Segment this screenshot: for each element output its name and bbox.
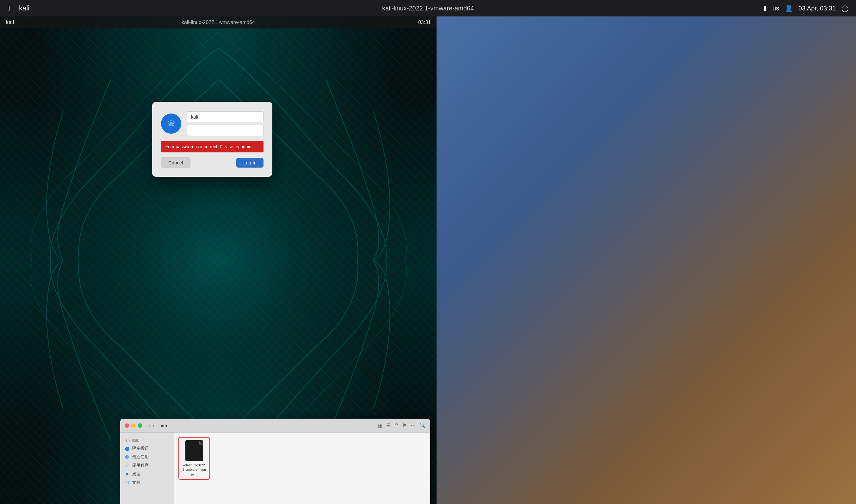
mac-desktop <box>436 16 856 504</box>
close-button[interactable] <box>125 424 129 428</box>
password-input[interactable] <box>187 125 264 136</box>
display-icon[interactable]: ▮ <box>763 4 767 12</box>
recent-icon: ☹ <box>125 455 130 460</box>
login-header <box>161 111 264 136</box>
kali-time: 03:31 <box>418 20 431 25</box>
kali-logo <box>161 113 181 134</box>
kali-vm-topbar: kali kali-linux-2022.1-vmware-amd64 03:3… <box>0 16 436 29</box>
file-name: kali-linux-2022.1-vmware...warevm <box>182 463 207 476</box>
finder-sidebar: 个人收藏 ⬤ 隔空投送 ☹ 最近使用 ☄ 应用程序 ■ 桌面 ☐ 文稿 <box>120 433 174 504</box>
user-icon: 👤 <box>785 4 793 12</box>
traffic-lights <box>125 424 142 428</box>
share-icon[interactable]: ⇧ <box>394 422 398 428</box>
finder-toolbar-right: ▦ ☰ ⇧ ⚑ ⋯ 🔍 <box>378 422 426 428</box>
app-name[interactable]: kali <box>19 4 30 12</box>
finder-body: 个人收藏 ⬤ 隔空投送 ☹ 最近使用 ☄ 应用程序 ■ 桌面 ☐ 文稿 <box>120 433 430 504</box>
sidebar-item-label: 文稿 <box>132 480 140 485</box>
kali-topbar-right: 03:31 <box>418 20 431 25</box>
sidebar-item-apps[interactable]: ☄ 应用程序 <box>120 461 174 470</box>
sidebar-item-airdrop[interactable]: ⬤ 隔空投送 <box>120 444 174 453</box>
sidebar-item-label: 桌面 <box>132 471 140 477</box>
macos-topbar:  kali kali-linux-2022.1-vmware-amd64 ▮ … <box>0 0 856 16</box>
zoom-button[interactable] <box>138 424 142 428</box>
more-icon[interactable]: ⋯ <box>411 422 416 428</box>
finder-titlebar: ‹ › vm ▦ ☰ ⇧ ⚑ ⋯ 🔍 <box>120 419 430 433</box>
sidebar-item-recent[interactable]: ☹ 最近使用 <box>120 453 174 461</box>
finder-nav: ‹ › <box>149 422 154 429</box>
locale-indicator[interactable]: us <box>772 5 779 12</box>
desktop-icon: ■ <box>125 472 130 477</box>
sidebar-item-desktop[interactable]: ■ 桌面 <box>120 470 174 479</box>
airdrop-icon: ⬤ <box>125 446 130 451</box>
kali-app-label: kali <box>6 20 14 25</box>
docs-icon: ☐ <box>125 480 130 485</box>
tag-icon[interactable]: ⚑ <box>403 422 407 428</box>
datetime: 03 Apr, 03:31 <box>799 5 836 12</box>
apple-menu[interactable]:  <box>7 4 10 12</box>
sidebar-section-label: 个人收藏 <box>120 437 174 444</box>
topbar-right: ▮ us 👤 03 Apr, 03:31 ◯ <box>763 4 849 12</box>
finder-content: kali-linux-2022.1-vmware...warevm <box>174 433 430 504</box>
svg-point-0 <box>92 149 345 371</box>
topbar-left:  kali <box>7 4 30 12</box>
file-item-kali[interactable]: kali-linux-2022.1-vmware...warevm <box>178 437 210 480</box>
view-grid-icon[interactable]: ▦ <box>378 422 382 428</box>
sidebar-item-docs[interactable]: ☐ 文稿 <box>120 479 174 487</box>
login-dialog: Your password is incorrect. Please try a… <box>152 102 272 177</box>
forward-button[interactable]: › <box>153 422 154 429</box>
search-icon[interactable]: 🔍 <box>420 422 426 428</box>
sidebar-item-label: 应用程序 <box>132 463 149 468</box>
file-icon <box>185 440 203 461</box>
apps-icon: ☄ <box>125 463 130 468</box>
settings-icon[interactable]: ◯ <box>841 4 849 12</box>
error-banner: Your password is incorrect. Please try a… <box>161 141 264 152</box>
kali-window-title: kali-linux-2022.1-vmware-amd64 <box>182 20 255 25</box>
minimize-button[interactable] <box>131 424 136 428</box>
finder-window: ‹ › vm ▦ ☰ ⇧ ⚑ ⋯ 🔍 个人收藏 ⬤ 隔空投送 ☹ 最近使用 ☄ <box>120 419 430 504</box>
cancel-button[interactable]: Cancel <box>161 158 191 168</box>
username-input[interactable] <box>187 111 264 122</box>
sidebar-item-label: 最近使用 <box>132 454 149 460</box>
login-fields <box>187 111 264 136</box>
login-button[interactable]: Log In <box>236 158 264 167</box>
window-title: kali-linux-2022.1-vmware-amd64 <box>382 5 474 12</box>
finder-title: vm <box>161 423 167 428</box>
back-button[interactable]: ‹ <box>149 422 150 429</box>
login-buttons: Cancel Log In <box>161 156 264 168</box>
sidebar-item-label: 隔空投送 <box>132 446 149 451</box>
view-list-icon[interactable]: ☰ <box>386 422 391 428</box>
